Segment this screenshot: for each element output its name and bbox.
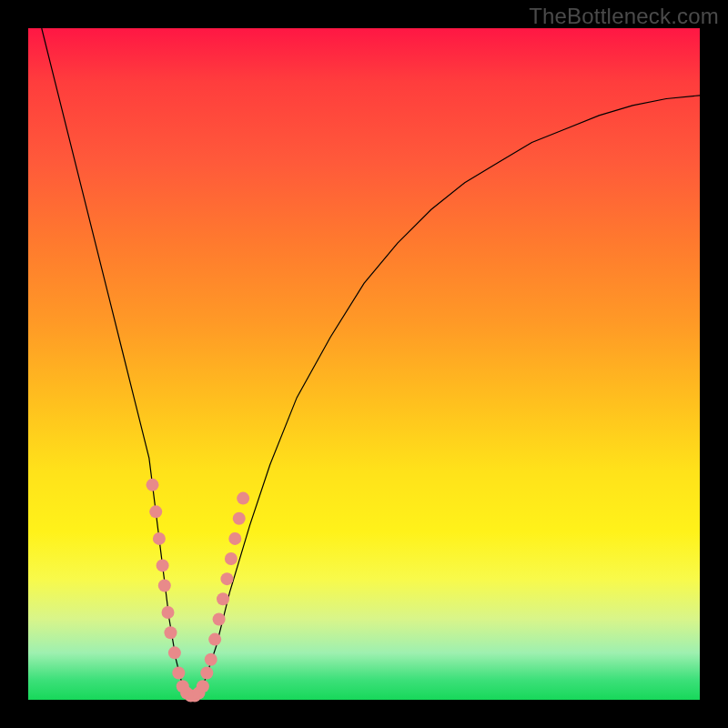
data-marker (228, 532, 241, 545)
data-marker (237, 492, 249, 505)
data-marker (217, 592, 229, 605)
data-marker (205, 653, 217, 666)
data-marker (220, 572, 233, 585)
data-marker (164, 626, 177, 639)
data-marker (153, 532, 166, 545)
watermark-text: TheBottleneck.com (529, 4, 719, 29)
data-marker (147, 479, 159, 491)
data-marker (172, 666, 185, 679)
data-marker (208, 633, 221, 646)
plot-area (28, 28, 700, 700)
data-marker (158, 580, 171, 592)
data-marker (149, 505, 162, 518)
data-marker (200, 666, 213, 679)
curve-svg (28, 28, 700, 700)
chart-frame: TheBottleneck.com (0, 0, 728, 728)
data-marker (168, 646, 181, 659)
data-marker (162, 606, 175, 619)
data-marker (233, 512, 246, 525)
data-marker (225, 552, 238, 565)
bottleneck-curve (42, 28, 700, 696)
data-marker (197, 680, 209, 693)
data-marker (157, 559, 169, 571)
data-marker (213, 612, 226, 625)
marker-group (147, 479, 250, 703)
